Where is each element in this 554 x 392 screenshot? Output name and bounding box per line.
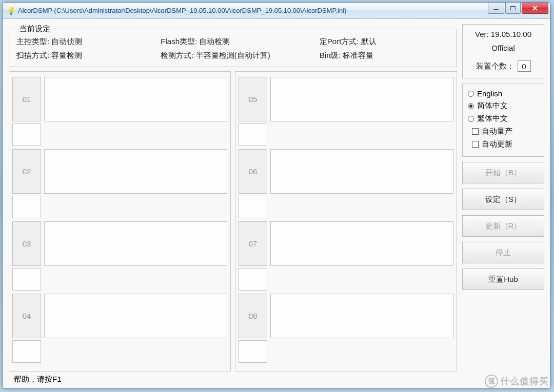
slot-sub-box bbox=[12, 123, 41, 146]
auto-mp-checkbox[interactable]: 自动量产 bbox=[472, 127, 535, 136]
slot-sub-box bbox=[239, 196, 267, 218]
settings-legend: 当前设定 bbox=[16, 24, 53, 34]
version-box: Ver: 19.05.10.00 Official 装置个数： 0 bbox=[462, 24, 544, 78]
slot-08: 08 bbox=[239, 294, 453, 363]
side-panel: Ver: 19.05.10.00 Official 装置个数： 0 Englis… bbox=[462, 24, 544, 372]
maximize-button[interactable] bbox=[505, 3, 521, 14]
setting-bin-level: Bin级: 标准容量 bbox=[320, 51, 449, 60]
slot-02: 02 bbox=[12, 149, 227, 218]
app-icon: 💡 bbox=[7, 7, 15, 15]
auto-update-label: 自动更新 bbox=[482, 139, 512, 149]
setting-flash-type: Flash类型: 自动检测 bbox=[161, 37, 319, 47]
slot-sub-box bbox=[239, 123, 267, 146]
setting-controller-type: 主控类型: 自动侦测 bbox=[16, 37, 161, 47]
radio-icon bbox=[468, 116, 474, 122]
slot-number: 03 bbox=[12, 221, 41, 266]
slot-number: 02 bbox=[12, 149, 41, 194]
slot-column-left: 01 02 03 04 bbox=[9, 71, 231, 372]
titlebar[interactable]: 💡 AlcorDSMP (C:\Users\Administrator\Desk… bbox=[3, 3, 550, 19]
slot-sub-box bbox=[12, 340, 41, 363]
slot-sub-box bbox=[239, 340, 267, 363]
slot-number: 08 bbox=[239, 294, 267, 338]
slot-column-right: 05 06 07 08 bbox=[235, 71, 457, 372]
auto-mp-label: 自动量产 bbox=[482, 127, 512, 136]
radio-icon bbox=[468, 103, 474, 109]
slot-status-box bbox=[270, 294, 453, 338]
slot-05: 05 bbox=[239, 77, 453, 146]
device-count-label: 装置个数： bbox=[476, 61, 515, 71]
slot-status-box bbox=[270, 149, 453, 194]
device-count-value: 0 bbox=[518, 60, 531, 72]
slot-sub-box bbox=[12, 268, 41, 291]
slot-06: 06 bbox=[239, 149, 453, 218]
radio-icon bbox=[468, 91, 474, 97]
setting-button[interactable]: 设定（S） bbox=[462, 189, 544, 210]
lang-traditional-label: 繁体中文 bbox=[477, 114, 508, 123]
app-window: 💡 AlcorDSMP (C:\Users\Administrator\Desk… bbox=[2, 2, 551, 389]
slot-status-box bbox=[270, 221, 453, 266]
slot-status-box bbox=[44, 77, 227, 121]
slot-01: 01 bbox=[12, 77, 227, 146]
slot-07: 07 bbox=[239, 221, 453, 291]
slot-sub-box bbox=[239, 268, 267, 291]
lang-simplified-radio[interactable]: 简体中文 bbox=[468, 101, 539, 111]
close-button[interactable]: ✕ bbox=[522, 3, 548, 14]
slot-number: 06 bbox=[239, 149, 267, 194]
slot-status-box bbox=[270, 77, 453, 121]
slot-03: 03 bbox=[12, 221, 227, 291]
slots-container: 01 02 03 04 bbox=[9, 71, 457, 372]
lang-simplified-label: 简体中文 bbox=[477, 101, 508, 111]
slot-status-box bbox=[44, 294, 227, 338]
help-bar: 帮助，请按F1 bbox=[9, 372, 544, 385]
resethub-button[interactable]: 重置Hub bbox=[462, 269, 544, 290]
lang-english-label: English bbox=[477, 89, 502, 98]
auto-update-checkbox[interactable]: 自动更新 bbox=[472, 139, 535, 149]
slot-number: 07 bbox=[239, 221, 267, 266]
refresh-button[interactable]: 更新（R） bbox=[462, 215, 544, 237]
slot-number: 04 bbox=[12, 294, 41, 338]
setting-detect-mode: 检测方式: 半容量检测(自动计算) bbox=[161, 51, 319, 60]
minimize-button[interactable] bbox=[488, 3, 504, 14]
checkbox-icon bbox=[472, 141, 479, 148]
client-area: 当前设定 主控类型: 自动侦测 Flash类型: 自动检测 定Port方式: 默… bbox=[3, 19, 550, 388]
titlebar-buttons: ✕ bbox=[488, 3, 550, 18]
official-label: Official bbox=[467, 44, 540, 52]
version-label: Ver: 19.05.10.00 bbox=[467, 30, 540, 38]
slot-number: 05 bbox=[239, 77, 267, 121]
slot-04: 04 bbox=[12, 294, 227, 363]
setting-scan-mode: 扫描方式: 容量检测 bbox=[16, 51, 161, 60]
language-box: English 简体中文 繁体中文 自动量产 bbox=[462, 84, 544, 157]
stop-button[interactable]: 停止 bbox=[462, 242, 544, 263]
current-settings-group: 当前设定 主控类型: 自动侦测 Flash类型: 自动检测 定Port方式: 默… bbox=[9, 24, 457, 67]
slot-sub-box bbox=[12, 196, 41, 218]
start-button[interactable]: 开始（B） bbox=[462, 162, 544, 183]
lang-traditional-radio[interactable]: 繁体中文 bbox=[468, 114, 539, 123]
slot-number: 01 bbox=[12, 77, 41, 121]
window-title: AlcorDSMP (C:\Users\Administrator\Deskto… bbox=[18, 7, 488, 14]
slot-status-box bbox=[44, 221, 227, 266]
lang-english-radio[interactable]: English bbox=[468, 89, 539, 98]
slot-status-box bbox=[44, 149, 227, 194]
checkbox-icon bbox=[472, 128, 479, 135]
setting-port-mode: 定Port方式: 默认 bbox=[320, 37, 449, 47]
